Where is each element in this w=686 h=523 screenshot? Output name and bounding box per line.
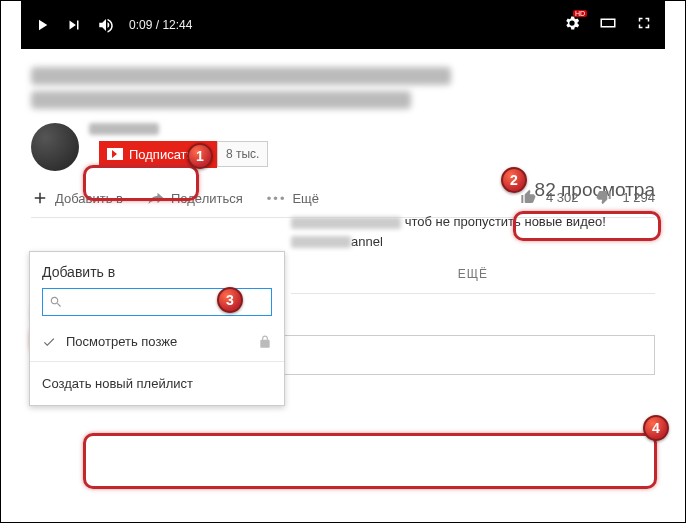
like-count: 4 302 — [546, 190, 579, 205]
channel-row: Подписаться 8 тыс. — [31, 123, 655, 171]
theater-button[interactable] — [599, 14, 617, 36]
next-button[interactable] — [65, 16, 83, 34]
player-time: 0:09 / 12:44 — [129, 18, 192, 32]
settings-button[interactable]: HD — [563, 14, 581, 36]
dislike-count: 1 294 — [622, 190, 655, 205]
callout-4 — [83, 433, 657, 489]
likes-block: 4 302 1 294 — [520, 189, 655, 205]
plus-icon — [31, 189, 49, 207]
marker-1: 1 — [187, 143, 213, 169]
more-label: Ещё — [292, 191, 319, 206]
fullscreen-button[interactable] — [635, 14, 653, 36]
description-area: чтоб не пропустить новые видео! annel ЕЩ… — [291, 212, 655, 294]
create-playlist-button[interactable]: Создать новый плейлист — [30, 366, 284, 397]
dropdown-divider — [30, 361, 284, 362]
share-label: Поделиться — [171, 191, 243, 206]
subscriber-count: 8 тыс. — [217, 141, 268, 167]
show-more-button[interactable]: ЕЩЁ — [291, 265, 655, 294]
action-row: Добавить в Поделиться ••• Ещё 4 302 1 29… — [31, 189, 655, 207]
watch-later-item[interactable]: Посмотреть позже — [30, 326, 284, 357]
lock-icon — [258, 335, 272, 349]
add-to-label: Добавить в — [55, 191, 123, 206]
dots-icon: ••• — [267, 191, 287, 206]
share-icon — [147, 189, 165, 207]
channel-name[interactable] — [89, 123, 159, 135]
watch-later-label: Посмотреть позже — [66, 334, 177, 349]
desc-blur2 — [291, 236, 351, 248]
hd-badge: HD — [573, 10, 587, 17]
volume-icon — [97, 16, 115, 34]
video-title-line2 — [31, 91, 411, 109]
addto-dropdown: Добавить в Посмотреть позже Создать новы… — [29, 251, 285, 406]
player-right-controls: HD — [563, 14, 653, 36]
add-to-button[interactable]: Добавить в — [31, 189, 123, 207]
time-current: 0:09 — [129, 18, 152, 32]
share-button[interactable]: Поделиться — [147, 189, 243, 207]
thumb-down-icon — [596, 189, 612, 205]
fullscreen-icon — [635, 14, 653, 32]
marker-4: 4 — [643, 415, 669, 441]
more-button[interactable]: ••• Ещё — [267, 191, 319, 206]
marker-2: 2 — [501, 167, 527, 193]
desc-line2: annel — [351, 234, 383, 249]
next-icon — [65, 16, 83, 34]
search-icon — [49, 295, 63, 309]
youtube-icon — [107, 148, 123, 160]
theater-icon — [599, 14, 617, 32]
like-button[interactable]: 4 302 — [520, 189, 579, 205]
time-total: 12:44 — [162, 18, 192, 32]
volume-button[interactable] — [97, 16, 115, 34]
desc-blur — [291, 217, 401, 229]
addto-header: Добавить в — [30, 264, 284, 288]
progress-played — [21, 0, 81, 1]
thumb-up-icon — [520, 189, 536, 205]
check-icon — [42, 335, 56, 349]
marker-3: 3 — [217, 287, 243, 313]
desc-line1: чтоб не пропустить новые видео! — [405, 214, 606, 229]
dislike-button[interactable]: 1 294 — [596, 189, 655, 205]
channel-avatar[interactable] — [31, 123, 79, 171]
svg-rect-0 — [601, 19, 615, 27]
video-player-bar: 0:09 / 12:44 HD — [21, 1, 665, 49]
video-title-line1 — [31, 67, 451, 85]
play-button[interactable] — [33, 16, 51, 34]
play-icon — [33, 16, 51, 34]
subscribe-wrap: Подписаться 8 тыс. — [99, 141, 268, 168]
